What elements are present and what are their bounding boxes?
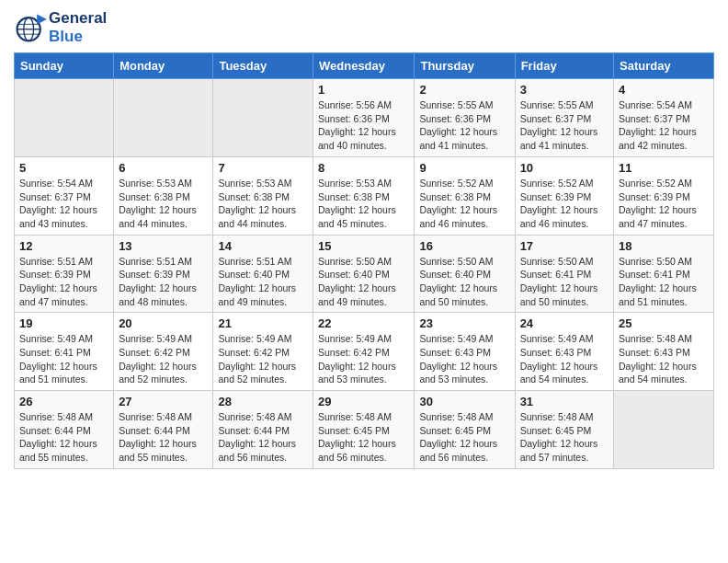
calendar-cell: 1Sunrise: 5:56 AMSunset: 6:36 PMDaylight… [313, 79, 415, 157]
day-info: Sunrise: 5:52 AMSunset: 6:38 PMDaylight:… [419, 177, 509, 231]
day-info: Sunrise: 5:48 AMSunset: 6:45 PMDaylight:… [318, 410, 409, 465]
day-info: Sunrise: 5:54 AMSunset: 6:37 PMDaylight:… [619, 98, 709, 153]
calendar-cell: 11Sunrise: 5:52 AMSunset: 6:39 PMDayligh… [614, 156, 714, 235]
calendar-cell: 9Sunrise: 5:52 AMSunset: 6:38 PMDaylight… [415, 156, 515, 235]
day-number: 4 [619, 83, 709, 97]
day-number: 29 [318, 395, 409, 408]
calendar-cell: 29Sunrise: 5:48 AMSunset: 6:45 PMDayligh… [313, 391, 415, 469]
day-number: 9 [419, 161, 509, 175]
calendar-cell: 31Sunrise: 5:48 AMSunset: 6:45 PMDayligh… [515, 391, 613, 469]
calendar-cell: 23Sunrise: 5:49 AMSunset: 6:43 PMDayligh… [415, 313, 515, 391]
calendar-cell: 28Sunrise: 5:48 AMSunset: 6:44 PMDayligh… [213, 391, 313, 469]
day-number: 21 [218, 316, 308, 330]
day-info: Sunrise: 5:50 AMSunset: 6:40 PMDaylight:… [419, 255, 509, 309]
page-header: General Blue [14, 9, 714, 45]
week-row-4: 19Sunrise: 5:49 AMSunset: 6:41 PMDayligh… [15, 313, 714, 391]
logo: General Blue [14, 9, 107, 45]
day-info: Sunrise: 5:50 AMSunset: 6:40 PMDaylight:… [318, 255, 409, 309]
calendar-cell: 17Sunrise: 5:50 AMSunset: 6:41 PMDayligh… [515, 235, 613, 313]
day-number: 2 [419, 83, 509, 97]
day-number: 22 [318, 316, 409, 330]
day-info: Sunrise: 5:49 AMSunset: 6:43 PMDaylight:… [419, 332, 509, 386]
day-number: 31 [520, 395, 609, 408]
day-info: Sunrise: 5:55 AMSunset: 6:36 PMDaylight:… [419, 98, 509, 153]
day-info: Sunrise: 5:48 AMSunset: 6:43 PMDaylight:… [619, 332, 709, 386]
day-info: Sunrise: 5:54 AMSunset: 6:37 PMDaylight:… [19, 177, 108, 231]
calendar-cell: 21Sunrise: 5:49 AMSunset: 6:42 PMDayligh… [213, 313, 313, 391]
calendar-cell: 25Sunrise: 5:48 AMSunset: 6:43 PMDayligh… [614, 313, 714, 391]
calendar-cell: 7Sunrise: 5:53 AMSunset: 6:38 PMDaylight… [213, 156, 313, 235]
day-info: Sunrise: 5:53 AMSunset: 6:38 PMDaylight:… [218, 177, 308, 231]
day-number: 27 [119, 395, 208, 408]
calendar-cell [15, 79, 114, 157]
day-number: 5 [19, 161, 108, 175]
week-row-3: 12Sunrise: 5:51 AMSunset: 6:39 PMDayligh… [15, 235, 714, 313]
day-number: 26 [19, 395, 108, 408]
day-info: Sunrise: 5:49 AMSunset: 6:41 PMDaylight:… [19, 332, 108, 386]
calendar-cell: 3Sunrise: 5:55 AMSunset: 6:37 PMDaylight… [515, 79, 613, 157]
day-info: Sunrise: 5:52 AMSunset: 6:39 PMDaylight:… [619, 177, 709, 231]
calendar-cell [114, 79, 213, 157]
week-row-2: 5Sunrise: 5:54 AMSunset: 6:37 PMDaylight… [15, 156, 714, 235]
calendar-cell: 14Sunrise: 5:51 AMSunset: 6:40 PMDayligh… [213, 235, 313, 313]
day-info: Sunrise: 5:49 AMSunset: 6:42 PMDaylight:… [318, 332, 409, 386]
calendar-cell [213, 79, 313, 157]
column-header-sunday: Sunday [15, 53, 114, 79]
week-row-5: 26Sunrise: 5:48 AMSunset: 6:44 PMDayligh… [15, 391, 714, 469]
day-info: Sunrise: 5:49 AMSunset: 6:43 PMDaylight:… [520, 332, 609, 386]
day-number: 6 [119, 161, 208, 175]
day-number: 16 [419, 239, 509, 253]
calendar-header-row: SundayMondayTuesdayWednesdayThursdayFrid… [15, 53, 714, 79]
calendar-cell: 26Sunrise: 5:48 AMSunset: 6:44 PMDayligh… [15, 391, 114, 469]
calendar-cell: 27Sunrise: 5:48 AMSunset: 6:44 PMDayligh… [114, 391, 213, 469]
day-number: 15 [318, 239, 409, 253]
day-info: Sunrise: 5:53 AMSunset: 6:38 PMDaylight:… [318, 177, 409, 231]
day-number: 19 [19, 316, 108, 330]
day-info: Sunrise: 5:51 AMSunset: 6:40 PMDaylight:… [218, 255, 308, 309]
logo-icon [14, 11, 47, 44]
calendar-cell: 24Sunrise: 5:49 AMSunset: 6:43 PMDayligh… [515, 313, 613, 391]
logo-text: General Blue [49, 9, 107, 45]
week-row-1: 1Sunrise: 5:56 AMSunset: 6:36 PMDaylight… [15, 79, 714, 157]
calendar-cell: 12Sunrise: 5:51 AMSunset: 6:39 PMDayligh… [15, 235, 114, 313]
calendar-cell: 30Sunrise: 5:48 AMSunset: 6:45 PMDayligh… [415, 391, 515, 469]
calendar-cell: 2Sunrise: 5:55 AMSunset: 6:36 PMDaylight… [415, 79, 515, 157]
day-number: 7 [218, 161, 308, 175]
column-header-thursday: Thursday [415, 53, 515, 79]
day-number: 8 [318, 161, 409, 175]
calendar-cell: 4Sunrise: 5:54 AMSunset: 6:37 PMDaylight… [614, 79, 714, 157]
day-number: 13 [119, 239, 208, 253]
day-info: Sunrise: 5:49 AMSunset: 6:42 PMDaylight:… [218, 332, 308, 386]
day-info: Sunrise: 5:51 AMSunset: 6:39 PMDaylight:… [119, 255, 208, 309]
calendar-cell: 20Sunrise: 5:49 AMSunset: 6:42 PMDayligh… [114, 313, 213, 391]
day-number: 1 [318, 83, 409, 97]
calendar-cell: 19Sunrise: 5:49 AMSunset: 6:41 PMDayligh… [15, 313, 114, 391]
day-number: 23 [419, 316, 509, 330]
calendar-cell: 22Sunrise: 5:49 AMSunset: 6:42 PMDayligh… [313, 313, 415, 391]
column-header-saturday: Saturday [614, 53, 714, 79]
day-number: 14 [218, 239, 308, 253]
column-header-tuesday: Tuesday [213, 53, 313, 79]
day-info: Sunrise: 5:52 AMSunset: 6:39 PMDaylight:… [520, 177, 609, 231]
page-container: General Blue SundayMondayTuesdayWednesda… [14, 9, 714, 469]
day-info: Sunrise: 5:48 AMSunset: 6:44 PMDaylight:… [19, 410, 108, 465]
day-number: 30 [419, 395, 509, 408]
day-number: 3 [520, 83, 609, 97]
calendar-cell: 15Sunrise: 5:50 AMSunset: 6:40 PMDayligh… [313, 235, 415, 313]
day-number: 12 [19, 239, 108, 253]
column-header-wednesday: Wednesday [313, 53, 415, 79]
day-info: Sunrise: 5:55 AMSunset: 6:37 PMDaylight:… [520, 98, 609, 153]
calendar-cell: 6Sunrise: 5:53 AMSunset: 6:38 PMDaylight… [114, 156, 213, 235]
column-header-friday: Friday [515, 53, 613, 79]
calendar-cell: 13Sunrise: 5:51 AMSunset: 6:39 PMDayligh… [114, 235, 213, 313]
day-info: Sunrise: 5:53 AMSunset: 6:38 PMDaylight:… [119, 177, 208, 231]
day-number: 10 [520, 161, 609, 175]
day-info: Sunrise: 5:48 AMSunset: 6:44 PMDaylight:… [119, 410, 208, 465]
day-info: Sunrise: 5:50 AMSunset: 6:41 PMDaylight:… [520, 255, 609, 309]
day-number: 11 [619, 161, 709, 175]
day-number: 18 [619, 239, 709, 253]
day-info: Sunrise: 5:49 AMSunset: 6:42 PMDaylight:… [119, 332, 208, 386]
day-info: Sunrise: 5:48 AMSunset: 6:45 PMDaylight:… [419, 410, 509, 465]
day-number: 17 [520, 239, 609, 253]
calendar-cell: 10Sunrise: 5:52 AMSunset: 6:39 PMDayligh… [515, 156, 613, 235]
